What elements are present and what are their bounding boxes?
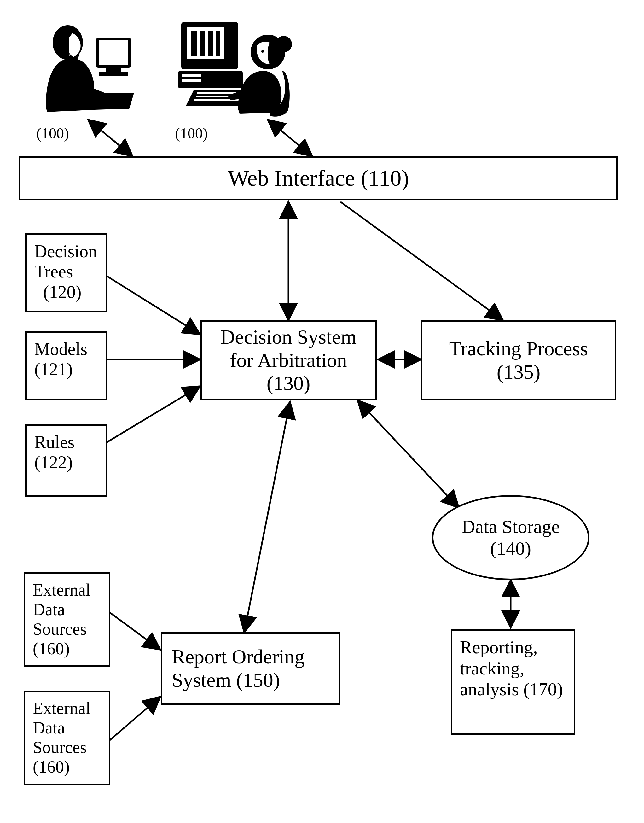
svg-point-32 bbox=[261, 50, 264, 53]
svg-rect-25 bbox=[182, 74, 201, 77]
node-label: Data Storage (140) bbox=[462, 516, 560, 559]
node-label: Decision Trees (120) bbox=[34, 241, 98, 302]
node-decision-trees: Decision Trees (120) bbox=[25, 233, 107, 312]
user-left-caption: (100) bbox=[36, 124, 69, 142]
svg-rect-21 bbox=[199, 31, 205, 56]
node-external-sources-b: External Data Sources (160) bbox=[24, 691, 110, 785]
node-reporting: Reporting, tracking, analysis (170) bbox=[451, 629, 575, 735]
node-label: External Data Sources (160) bbox=[33, 699, 101, 777]
user-at-computer-icon bbox=[35, 16, 135, 120]
svg-line-0 bbox=[88, 120, 132, 156]
svg-rect-23 bbox=[216, 31, 220, 56]
svg-line-3 bbox=[340, 202, 503, 320]
node-tracking-process: Tracking Process (135) bbox=[421, 320, 616, 401]
svg-line-8 bbox=[358, 401, 458, 508]
node-models: Models (121) bbox=[25, 331, 107, 401]
node-label: Reporting, tracking, analysis (170) bbox=[460, 637, 566, 700]
node-label: Decision System for Arbitration (130) bbox=[220, 326, 357, 395]
svg-line-9 bbox=[244, 402, 290, 632]
svg-rect-26 bbox=[182, 79, 201, 82]
diagram-stage: (100) bbox=[0, 0, 644, 823]
svg-point-31 bbox=[276, 36, 291, 52]
node-decision-system: Decision System for Arbitration (130) bbox=[200, 320, 377, 401]
node-label: Models (121) bbox=[34, 339, 98, 380]
node-label: External Data Sources (160) bbox=[33, 580, 101, 659]
svg-rect-15 bbox=[106, 68, 121, 72]
node-label: Tracking Process (135) bbox=[449, 337, 588, 384]
node-report-ordering: Report Ordering System (150) bbox=[161, 632, 340, 705]
svg-rect-14 bbox=[99, 40, 128, 65]
svg-rect-20 bbox=[191, 31, 197, 56]
svg-line-6 bbox=[98, 386, 200, 448]
svg-line-11 bbox=[109, 697, 160, 741]
node-label: Report Ordering System (150) bbox=[172, 645, 305, 691]
user-right-caption: (100) bbox=[175, 124, 208, 142]
node-label: Web Interface (110) bbox=[228, 165, 409, 191]
svg-line-1 bbox=[268, 120, 312, 156]
user-at-computer-icon bbox=[175, 11, 291, 121]
node-external-sources-a: External Data Sources (160) bbox=[24, 572, 110, 667]
node-rules: Rules (122) bbox=[25, 424, 107, 497]
node-label: Rules (122) bbox=[34, 432, 98, 473]
svg-rect-22 bbox=[208, 31, 213, 56]
node-data-storage: Data Storage (140) bbox=[432, 495, 589, 580]
svg-line-10 bbox=[109, 612, 160, 649]
node-web-interface: Web Interface (110) bbox=[19, 156, 618, 200]
svg-rect-16 bbox=[99, 72, 128, 76]
svg-line-4 bbox=[104, 274, 200, 334]
